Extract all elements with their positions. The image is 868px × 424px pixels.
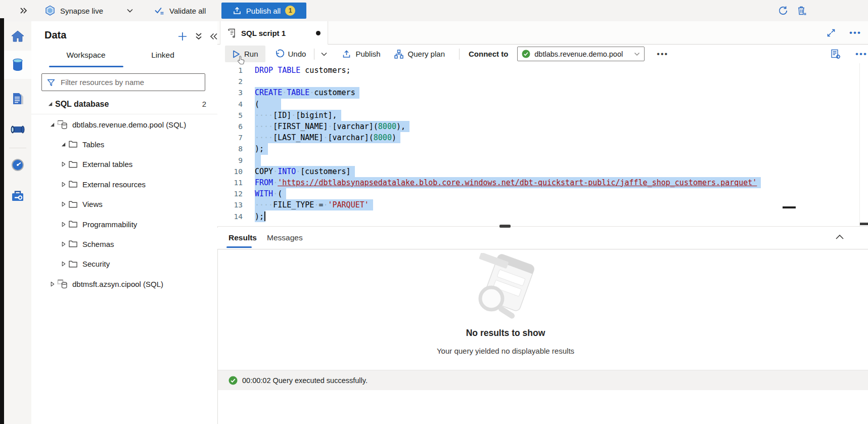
pool-select-dropdown[interactable]: dbtlabs.revenue.demo.pool xyxy=(517,47,645,61)
rail-item-manage[interactable] xyxy=(4,185,31,207)
code-token: FROM xyxy=(255,178,273,187)
sql-code-editor[interactable]: 1DROP TABLE customers;23CREATE·TABLE·cus… xyxy=(217,63,868,226)
expanded-twisty-icon[interactable] xyxy=(60,142,67,147)
top-command-bar: Synapse live Validate all Publish all 1 xyxy=(0,0,868,22)
code-token: · xyxy=(323,133,328,142)
run-button[interactable]: Run xyxy=(225,46,265,62)
tab-results[interactable]: Results xyxy=(229,233,257,242)
query-plan-button[interactable]: Query plan xyxy=(391,46,448,62)
tree-item[interactable]: External tables xyxy=(31,154,217,174)
tree-item-label: Tables xyxy=(82,140,104,149)
expanded-twisty-icon[interactable] xyxy=(49,122,56,128)
tree-item[interactable]: Tables xyxy=(31,135,217,154)
filter-input[interactable] xyxy=(60,77,205,87)
tab-more-ellipsis-icon[interactable]: ••• xyxy=(849,28,861,38)
panel-splitter[interactable] xyxy=(217,226,868,227)
code-row[interactable]: 11FROM·'https://dbtlabsynapsedatalake.bl… xyxy=(217,177,868,188)
properties-icon[interactable] xyxy=(830,49,841,60)
tab-workspace[interactable]: Workspace xyxy=(48,51,124,60)
code-token: [LAST_NAME] xyxy=(273,133,323,142)
collapsed-twisty-icon[interactable] xyxy=(60,201,67,207)
code-line[interactable]: ····FILE_TYPE·=·'PARQUET' xyxy=(255,199,373,210)
rail-item-develop[interactable] xyxy=(4,88,31,110)
code-row[interactable]: 7····[LAST_NAME]·[varchar](8000) xyxy=(217,132,868,143)
expanded-twisty-icon[interactable] xyxy=(47,101,54,107)
expand-diagonal-icon[interactable] xyxy=(826,28,836,38)
tree-item[interactable]: Views xyxy=(31,194,217,214)
code-line[interactable]: ····[LAST_NAME]·[varchar](8000) xyxy=(255,132,400,143)
develop-document-icon xyxy=(11,92,24,106)
tab-messages[interactable]: Messages xyxy=(267,233,303,242)
code-token: 8000 xyxy=(374,133,392,142)
code-line[interactable]: CREATE·TABLE·customers xyxy=(255,87,359,98)
rail-item-integrate[interactable] xyxy=(4,118,31,141)
validate-all-button[interactable]: Validate all xyxy=(154,0,206,21)
code-row[interactable]: 14); xyxy=(217,210,868,222)
code-row[interactable]: 10COPY·INTO·[customers] xyxy=(217,166,868,177)
refresh-icon[interactable] xyxy=(778,0,789,21)
code-token: · xyxy=(291,111,296,120)
code-row[interactable]: 9 xyxy=(217,155,868,166)
code-row[interactable]: 3CREATE·TABLE·customers xyxy=(217,87,868,98)
code-row[interactable]: 13····FILE_TYPE·=·'PARQUET' xyxy=(217,199,868,210)
code-line[interactable]: FROM·'https://dbtlabsynapsedatalake.blob… xyxy=(255,177,761,188)
collapsed-twisty-icon[interactable] xyxy=(60,261,67,267)
tree-item[interactable]: Programmability xyxy=(31,214,217,234)
code-row[interactable]: 4( xyxy=(217,99,868,110)
code-row[interactable]: 5····[ID]·[bigint], xyxy=(217,110,868,121)
code-token: 'https://dbtlabsynapsedatalake.blob.core… xyxy=(278,178,757,187)
publish-label: Publish xyxy=(355,50,380,58)
trash-icon[interactable] xyxy=(796,0,808,21)
code-line[interactable]: ); xyxy=(255,210,265,222)
plus-icon[interactable] xyxy=(177,31,188,42)
undo-button[interactable]: Undo xyxy=(271,46,309,62)
code-row[interactable]: 12WITH·( xyxy=(217,188,868,199)
collapsed-twisty-icon[interactable] xyxy=(60,161,67,167)
mode-chevron-down-icon[interactable] xyxy=(126,0,133,21)
collapse-all-icon[interactable] xyxy=(194,32,203,41)
code-line[interactable]: ····[ID]·[bigint], xyxy=(255,110,341,121)
mode-selector[interactable]: Synapse live xyxy=(44,0,103,21)
code-line[interactable]: ( xyxy=(255,99,281,110)
upload-icon xyxy=(233,6,242,15)
rail-item-data[interactable] xyxy=(4,54,31,76)
tab-linked[interactable]: Linked xyxy=(125,51,201,60)
code-line[interactable]: WITH·( xyxy=(255,188,286,199)
no-results-illustration xyxy=(217,253,794,324)
code-token: [customers] xyxy=(300,167,350,176)
code-token xyxy=(273,66,278,75)
code-token: WITH xyxy=(255,189,273,198)
tree-item[interactable]: SQL database2 xyxy=(31,94,217,114)
code-row[interactable]: 2 xyxy=(217,76,868,87)
tree-item[interactable]: dbtlabs.revenue.demo.pool (SQL) xyxy=(31,114,217,134)
connect-more-ellipsis-icon[interactable]: ••• xyxy=(657,50,668,59)
code-line[interactable]: COPY·INTO·[customers] xyxy=(255,166,355,177)
rail-item-monitor[interactable] xyxy=(4,154,31,176)
collapsed-twisty-icon[interactable] xyxy=(60,182,67,187)
tree-item[interactable]: Schemas xyxy=(31,234,217,254)
code-line[interactable]: ····[FIRST_NAME]·[varchar](8000), xyxy=(255,121,409,132)
tree-item[interactable]: Security xyxy=(31,254,217,274)
code-row[interactable]: 6····[FIRST_NAME]·[varchar](8000), xyxy=(217,121,868,132)
tab-sql-script-1[interactable]: SQL script 1 xyxy=(220,21,328,45)
tree-item[interactable]: External resources xyxy=(31,175,217,194)
code-row[interactable]: 8); xyxy=(217,143,868,154)
code-line[interactable]: DROP TABLE customers; xyxy=(255,65,351,76)
toolbar-more-ellipsis-icon[interactable]: ••• xyxy=(855,49,867,59)
collapsed-twisty-icon[interactable] xyxy=(60,241,67,247)
code-line[interactable] xyxy=(255,155,261,166)
scrollbar-mark[interactable] xyxy=(783,206,796,208)
tree-item-label: Security xyxy=(82,260,110,268)
rail-item-home[interactable] xyxy=(4,25,31,48)
publish-button[interactable]: Publish xyxy=(339,46,383,62)
undo-dropdown-chevron[interactable] xyxy=(317,46,331,62)
double-chevron-right-icon[interactable] xyxy=(19,0,28,21)
tree-item[interactable]: dbtmsft.azsyn.cipool (SQL) xyxy=(31,274,217,294)
collapsed-twisty-icon[interactable] xyxy=(60,222,67,227)
synapse-hexagon-icon xyxy=(44,5,56,16)
publish-all-button[interactable]: Publish all 1 xyxy=(221,3,306,19)
chevron-up-icon[interactable] xyxy=(835,234,844,240)
code-row[interactable]: 1DROP TABLE customers; xyxy=(217,65,868,76)
collapsed-twisty-icon[interactable] xyxy=(49,281,56,287)
code-line[interactable]: ); xyxy=(255,143,268,154)
